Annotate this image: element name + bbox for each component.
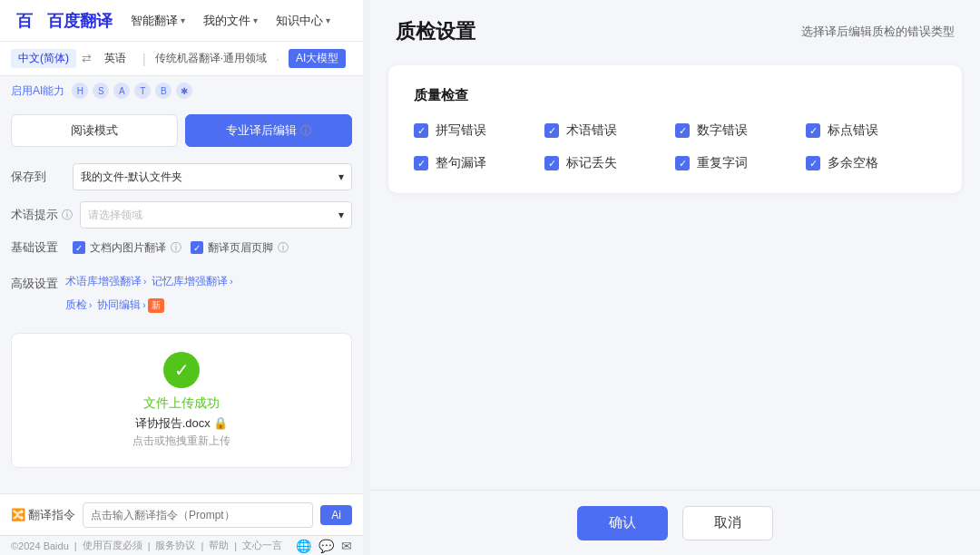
footer-link1[interactable]: 使用百度必须 (83, 539, 142, 552)
check-box-4: ✓ (414, 156, 428, 170)
footer-link2[interactable]: 服务协议 (155, 539, 195, 552)
instruction-label: 🔀 翻译指令 (11, 507, 75, 523)
toolbar-icon-3[interactable]: A (113, 83, 130, 99)
terminology-label: 术语提示 ⓘ (11, 207, 73, 223)
tab-pro-edit-label: 专业译后编辑 (226, 122, 297, 139)
adv-link-collab[interactable]: 协同编辑 › 新 (97, 297, 163, 313)
tab-info-icon: ⓘ (300, 123, 311, 139)
check-item-5[interactable]: ✓ 标记丢失 (544, 155, 675, 171)
tab-reading[interactable]: 阅读模式 (11, 114, 178, 147)
terminology-select[interactable]: 请选择领域 ▾ (80, 201, 352, 229)
advanced-label2 (11, 297, 65, 299)
lang-mode2[interactable]: AI大模型 (289, 49, 346, 68)
tab-pro-edit[interactable]: 专业译后编辑 ⓘ (185, 114, 352, 147)
footer-icon-globe[interactable]: 🌐 (296, 539, 311, 553)
nav-item-translate[interactable]: 智能翻译 ▾ (131, 13, 185, 29)
top-nav: 百 百度翻译 智能翻译 ▾ 我的文件 ▾ 知识中心 ▾ (0, 0, 363, 42)
quality-card-title: 质量检查 (414, 87, 936, 104)
check1-icon: ✓ (73, 241, 85, 254)
check-item-1[interactable]: ✓ 术语错误 (544, 122, 675, 139)
lang-bar: 中文(简体) ⇄ 英语 | 传统机器翻译·通用领域 · AI大模型 (0, 42, 363, 76)
check-box-5: ✓ (544, 156, 559, 170)
adv-link-terminology[interactable]: 术语库增强翻译 › (65, 274, 146, 289)
check-item-6[interactable]: ✓ 重复字词 (675, 155, 806, 171)
target-lang[interactable]: 英语 (97, 49, 133, 68)
check-item-4[interactable]: ✓ 整句漏译 (414, 155, 544, 171)
adv-chevron4: › (142, 300, 145, 310)
check-box-1: ✓ (544, 123, 559, 138)
check-label-1: 术语错误 (566, 122, 617, 139)
check-label-3: 标点错误 (828, 122, 878, 139)
lang-mode1[interactable]: 传统机器翻译·通用领域 (155, 51, 267, 66)
lang-separator: | (142, 52, 146, 66)
advanced-row: 高级设置 术语库增强翻译 › 记忆库增强翻译 › (11, 274, 352, 292)
modal-footer: 确认 取消 (370, 490, 980, 555)
save-select-value: 我的文件-默认文件夹 (81, 170, 182, 185)
lang-arrow: ⇄ (82, 52, 92, 65)
upload-hint: 点击或拖拽重新上传 (132, 433, 230, 449)
toolbar-icon-2[interactable]: S (93, 83, 109, 99)
check-item-2[interactable]: ✓ 数字错误 (675, 122, 806, 139)
modal-subtitle: 选择译后编辑质检的错误类型 (801, 24, 955, 40)
footer-icon-wechat[interactable]: 💬 (318, 539, 334, 553)
mode-tabs: 阅读模式 专业译后编辑 ⓘ (0, 105, 363, 156)
check-label-2: 数字错误 (697, 122, 748, 139)
check-item-3[interactable]: ✓ 标点错误 (806, 122, 936, 139)
toolbar-icon-1[interactable]: H (72, 83, 88, 99)
terminology-placeholder: 请选择领域 (88, 208, 142, 223)
check-box-3: ✓ (806, 123, 820, 138)
save-setting-row: 保存到 我的文件-默认文件夹 ▾ (11, 163, 352, 190)
footer-icon-mail[interactable]: ✉ (341, 539, 352, 553)
toolbar-icon-4[interactable]: T (134, 83, 151, 99)
instruction-input[interactable] (83, 502, 313, 528)
source-lang[interactable]: 中文(简体) (11, 49, 76, 68)
advanced-section: 高级设置 术语库增强翻译 › 记忆库增强翻译 › 质检 › (0, 274, 363, 326)
basic-check2[interactable]: ✓ 翻译页眉页脚 ⓘ (191, 240, 289, 256)
cancel-button[interactable]: 取消 (682, 506, 773, 540)
check-item-0[interactable]: ✓ 拼写错误 (414, 122, 544, 139)
footer-link4[interactable]: 文心一言 (242, 539, 282, 552)
check-item-7[interactable]: ✓ 多余空格 (806, 155, 936, 171)
adv-link-quality[interactable]: 质检 › (65, 297, 92, 313)
advanced-links: 术语库增强翻译 › 记忆库增强翻译 › (65, 274, 233, 289)
terminology-arrow: ▾ (338, 209, 344, 221)
modal-header: 质检设置 选择译后编辑质检的错误类型 (370, 0, 980, 54)
left-footer: ©2024 Baidu | 使用百度必须 | 服务协议 | 帮助 | 文心一言 … (0, 535, 363, 555)
advanced-links2: 质检 › 协同编辑 › 新 (65, 297, 164, 313)
filename-lock-icon: 🔒 (213, 416, 228, 430)
toolbar-icon-5[interactable]: B (155, 83, 172, 99)
nav-item-knowledge[interactable]: 知识中心 ▾ (276, 13, 330, 29)
nav-knowledge-label: 知识中心 (276, 13, 323, 29)
upload-area[interactable]: ✓ 文件上传成功 译协报告.docx 🔒 点击或拖拽重新上传 (11, 333, 352, 468)
ai-enable-btn[interactable]: 启用AI能力 (11, 83, 64, 99)
logo[interactable]: 百 百度翻译 (15, 6, 113, 35)
footer-copyright: ©2024 Baidu (11, 540, 69, 551)
check1-info: ⓘ (171, 240, 181, 256)
ai-btn-label: 启用AI能力 (11, 83, 64, 99)
check-box-0: ✓ (414, 123, 428, 138)
save-select-arrow: ▾ (338, 170, 344, 183)
check-label-0: 拼写错误 (436, 122, 486, 139)
lang-separator2: · (276, 52, 279, 66)
instruction-ai-btn[interactable]: Ai (320, 505, 352, 525)
save-select[interactable]: 我的文件-默认文件夹 ▾ (73, 163, 352, 190)
ai-toolbar: 启用AI能力 H S A T B ✱ (0, 76, 363, 105)
logo-text: 百度翻译 (47, 10, 113, 32)
footer-sep3: | (201, 540, 203, 551)
tab-reading-label: 阅读模式 (71, 122, 118, 139)
modal-title: 质检设置 (396, 18, 475, 45)
success-icon: ✓ (163, 352, 200, 388)
check2-info: ⓘ (278, 240, 289, 256)
footer-link3[interactable]: 帮助 (209, 539, 229, 552)
nav-item-files[interactable]: 我的文件 ▾ (203, 13, 258, 29)
adv-link-memory[interactable]: 记忆库增强翻译 › (152, 274, 232, 289)
basic-check1[interactable]: ✓ 文档内图片翻译 ⓘ (73, 240, 181, 256)
nav-knowledge-arrow: ▾ (326, 15, 330, 25)
check-box-7: ✓ (806, 156, 820, 170)
adv-chevron1: › (143, 277, 146, 287)
translate-instruction-bar: 🔀 翻译指令 Ai (0, 493, 363, 535)
confirm-button[interactable]: 确认 (577, 506, 668, 540)
toolbar-icon-6[interactable]: ✱ (176, 83, 192, 99)
basic-label: 基础设置 (11, 239, 65, 256)
upload-filename: 译协报告.docx 🔒 (135, 415, 229, 432)
